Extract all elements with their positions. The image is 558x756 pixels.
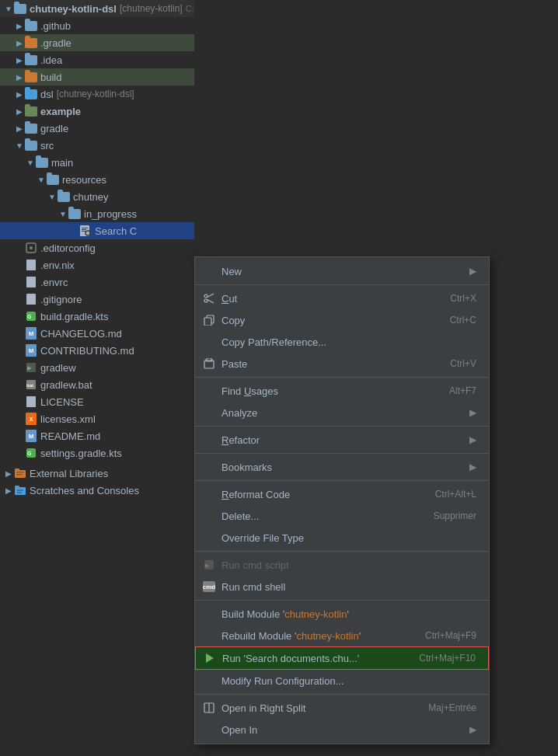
modify-run-icon xyxy=(201,673,217,688)
file-icon-generic xyxy=(25,395,37,408)
copy-path-icon xyxy=(201,334,217,350)
menu-label-open-in: Open In xyxy=(221,724,469,736)
tree-item-env-nix[interactable]: .env.nix xyxy=(0,256,194,273)
tree-item-license[interactable]: LICENSE xyxy=(0,393,194,410)
menu-item-delete[interactable]: Delete... Supprimer xyxy=(195,505,489,527)
folder-icon-orange xyxy=(25,71,37,83)
context-menu: New ▶ Cut Ctrl+X Copy Ctrl+C Copy P xyxy=(194,256,490,744)
tree-label-external-libs: External Libraries xyxy=(30,468,108,479)
menu-item-run-search[interactable]: Run 'Search documents.chu...' Ctrl+Maj+F… xyxy=(195,646,489,670)
menu-item-copy-path[interactable]: Copy Path/Reference... xyxy=(195,331,489,353)
arrow-icon-bookmarks: ▶ xyxy=(469,462,476,472)
tree-item-gradle-hidden[interactable]: ▶ .gradle xyxy=(0,34,194,51)
tree-item-external-libs[interactable]: ▶ External Libraries xyxy=(0,465,194,482)
tree-arrow: ▶ xyxy=(14,71,25,82)
arrow-icon-new: ▶ xyxy=(469,266,476,277)
menu-item-find-usages[interactable]: Find Usages Alt+F7 xyxy=(195,380,489,402)
tree-arrow: ▼ xyxy=(58,208,68,219)
open-in-icon xyxy=(201,722,217,737)
arrow-icon-analyze: ▶ xyxy=(469,407,476,418)
tree-item-chutney[interactable]: ▼ chutney xyxy=(0,188,194,205)
menu-label-override-file-type: Override File Type xyxy=(221,532,476,544)
folder-icon-green xyxy=(25,105,37,117)
menu-separator-1 xyxy=(195,284,489,285)
tree-arrow: ▼ xyxy=(36,174,47,185)
tree-item-contributing[interactable]: M CONTRIBUTING.md xyxy=(0,342,194,359)
tree-item-gradlew-bat[interactable]: bat gradlew.bat xyxy=(0,376,194,393)
tree-label-brackets: [chutney-kotlin-dsl] xyxy=(57,89,134,99)
menu-item-analyze[interactable]: Analyze ▶ xyxy=(195,402,489,423)
menu-item-build-module[interactable]: Build Module 'chutney-kotlin' xyxy=(195,603,489,625)
svg-point-24 xyxy=(204,294,208,298)
tree-label: gradlew.bat xyxy=(40,379,92,391)
menu-item-rebuild-module[interactable]: Rebuild Module 'chutney-kotlin' Ctrl+Maj… xyxy=(195,625,489,646)
tree-label: .gitignore xyxy=(40,294,82,305)
menu-item-new[interactable]: New ▶ xyxy=(195,260,489,282)
tree-item-github[interactable]: ▶ .github xyxy=(0,17,194,34)
tree-label: .envrc xyxy=(40,277,68,288)
svg-rect-29 xyxy=(204,318,211,326)
svg-line-5 xyxy=(89,235,91,236)
find-usages-icon xyxy=(201,383,217,399)
tree-arrow: ▼ xyxy=(14,140,25,151)
open-right-split-icon xyxy=(201,700,217,716)
tree-root-label: chutney-kotlin-dsl xyxy=(30,3,117,15)
tree-arrow: ▶ xyxy=(14,20,25,31)
tree-item-licenses-xml[interactable]: X licenses.xml xyxy=(0,410,194,427)
svg-rect-19 xyxy=(16,474,23,476)
tree-root[interactable]: ▼ chutney-kotlin-dsl [chutney-kotlin] C:… xyxy=(0,0,194,17)
menu-item-open-in[interactable]: Open In ▶ xyxy=(195,719,489,740)
tree-item-settings-gradle[interactable]: G settings.gradle.kts xyxy=(0,444,194,462)
menu-item-open-right-split[interactable]: Open in Right Split Maj+Entrée xyxy=(195,697,489,719)
menu-item-refactor[interactable]: Refactor ▶ xyxy=(195,429,489,451)
tree-item-resources[interactable]: ▼ resources xyxy=(0,171,194,188)
rebuild-module-icon xyxy=(201,628,217,643)
menu-shortcut-copy: Ctrl+C xyxy=(450,315,476,326)
tree-item-readme[interactable]: M README.md xyxy=(0,427,194,444)
tree-item-search-file[interactable]: Search C xyxy=(0,222,194,239)
tree-item-build[interactable]: ▶ build xyxy=(0,68,194,85)
copy-icon xyxy=(201,312,217,328)
menu-item-override-file-type[interactable]: Override File Type xyxy=(195,527,489,549)
menu-shortcut-cut: Ctrl+X xyxy=(450,293,476,304)
menu-separator-7 xyxy=(195,600,489,601)
tree-item-idea[interactable]: ▶ .idea xyxy=(0,51,194,68)
tree-item-build-gradle[interactable]: G build.gradle.kts xyxy=(0,308,194,325)
tree-item-changelog[interactable]: M CHANGELOG.md xyxy=(0,325,194,342)
tree-label: .idea xyxy=(40,54,62,66)
tree-item-scratches[interactable]: ▶ Scratches and Consoles xyxy=(0,482,194,499)
arrow-icon-open-in: ▶ xyxy=(469,724,476,735)
tree-label: build.gradle.kts xyxy=(40,311,108,322)
tree-item-gradle[interactable]: ▶ gradle xyxy=(0,120,194,137)
tree-item-example[interactable]: ▶ example xyxy=(0,103,194,120)
menu-shortcut-reformat: Ctrl+Alt+L xyxy=(435,489,476,500)
menu-separator-4 xyxy=(195,453,489,454)
menu-item-bookmarks[interactable]: Bookmarks ▶ xyxy=(195,456,489,478)
svg-line-27 xyxy=(208,300,214,304)
tree-label-search: Search C xyxy=(95,225,137,237)
menu-item-run-cmd-shell[interactable]: cmd Run cmd shell xyxy=(195,576,489,597)
delete-icon xyxy=(201,508,217,524)
tree-item-gitignore[interactable]: .gitignore xyxy=(0,291,194,308)
tree-item-editorconfig[interactable]: .editorconfig xyxy=(0,239,194,256)
menu-item-copy[interactable]: Copy Ctrl+C xyxy=(195,309,489,331)
tree-item-main[interactable]: ▼ main xyxy=(0,154,194,171)
tree-item-dsl[interactable]: ▶ dsl [chutney-kotlin-dsl] xyxy=(0,85,194,103)
menu-item-paste[interactable]: Paste Ctrl+V xyxy=(195,353,489,375)
tree-item-envrc[interactable]: .envrc xyxy=(0,273,194,291)
menu-item-modify-run-config[interactable]: Modify Run Configuration... xyxy=(195,670,489,692)
tree-label: main xyxy=(51,157,73,169)
tree-item-in-progress[interactable]: ▼ in_progress xyxy=(0,205,194,222)
menu-item-cut[interactable]: Cut Ctrl+X xyxy=(195,287,489,309)
paste-icon xyxy=(201,356,217,371)
tree-item-gradlew[interactable]: ▶ gradlew xyxy=(0,359,194,376)
folder-icon xyxy=(36,156,48,169)
tree-arrow: ▶ xyxy=(14,89,25,99)
menu-shortcut-delete: Supprimer xyxy=(434,510,476,521)
folder-icon xyxy=(68,207,81,220)
menu-label-build-module: Build Module 'chutney-kotlin' xyxy=(221,608,476,620)
tree-item-src[interactable]: ▼ src xyxy=(0,137,194,154)
menu-item-reformat[interactable]: Reformat Code Ctrl+Alt+L xyxy=(195,483,489,505)
folder-icon-orange xyxy=(25,37,37,49)
menu-label-paste: Paste xyxy=(221,358,434,370)
